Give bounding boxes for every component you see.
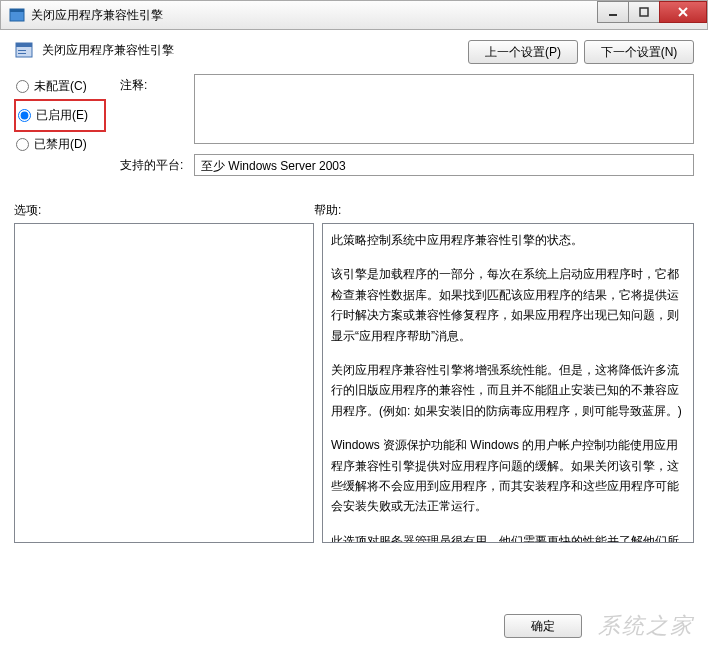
ok-button[interactable]: 确定 [504,614,582,638]
platform-value: 至少 Windows Server 2003 [194,154,694,176]
radio-enabled-input[interactable] [18,109,31,122]
platform-row: 支持的平台: 至少 Windows Server 2003 [120,154,694,176]
window-controls [597,1,707,29]
help-label: 帮助: [314,202,341,219]
help-panel[interactable]: 此策略控制系统中应用程序兼容性引擎的状态。 该引擎是加载程序的一部分，每次在系统… [322,223,694,543]
radio-disabled[interactable]: 已禁用(D) [14,132,106,157]
radio-disabled-label: 已禁用(D) [34,136,87,153]
config-area: 未配置(C) 已启用(E) 已禁用(D) 注释: 支持的平台: 至少 Windo… [14,74,694,186]
help-paragraph: 该引擎是加载程序的一部分，每次在系统上启动应用程序时，它都检查兼容性数据库。如果… [331,264,685,346]
content-area: 关闭应用程序兼容性引擎 上一个设置(P) 下一个设置(N) 未配置(C) 已启用… [0,30,708,553]
header-row: 关闭应用程序兼容性引擎 上一个设置(P) 下一个设置(N) [14,40,694,64]
comment-row: 注释: [120,74,694,144]
footer: 确定 系统之家 [504,611,694,641]
panel-labels: 选项: 帮助: [14,202,694,219]
header-title: 关闭应用程序兼容性引擎 [42,40,460,59]
policy-icon [14,40,34,60]
radio-enabled-highlight: 已启用(E) [14,99,106,132]
svg-rect-8 [18,50,26,51]
radio-enabled-label: 已启用(E) [36,107,88,124]
svg-rect-3 [640,8,648,16]
svg-rect-9 [18,53,26,54]
minimize-button[interactable] [597,1,629,23]
comment-label: 注释: [120,74,186,94]
panels: 此策略控制系统中应用程序兼容性引擎的状态。 该引擎是加载程序的一部分，每次在系统… [14,223,694,543]
app-icon [9,7,25,23]
svg-rect-1 [10,9,24,12]
radio-disabled-input[interactable] [16,138,29,151]
titlebar: 关闭应用程序兼容性引擎 [0,0,708,30]
help-paragraph: 关闭应用程序兼容性引擎将增强系统性能。但是，这将降低许多流行的旧版应用程序的兼容… [331,360,685,421]
prev-setting-button[interactable]: 上一个设置(P) [468,40,578,64]
help-paragraph: 此选项对服务器管理员很有用，他们需要更快的性能并了解他们所用应用程序的兼容性。对… [331,531,685,543]
comment-textarea[interactable] [194,74,694,144]
next-setting-button[interactable]: 下一个设置(N) [584,40,694,64]
help-paragraph: 此策略控制系统中应用程序兼容性引擎的状态。 [331,230,685,250]
help-paragraph: Windows 资源保护功能和 Windows 的用户帐户控制功能使用应用程序兼… [331,435,685,517]
options-label: 选项: [14,202,314,219]
radio-not-configured[interactable]: 未配置(C) [14,74,106,99]
maximize-button[interactable] [628,1,660,23]
close-button[interactable] [659,1,707,23]
svg-rect-7 [16,43,32,47]
options-panel[interactable] [14,223,314,543]
watermark: 系统之家 [598,611,694,641]
fields-column: 注释: 支持的平台: 至少 Windows Server 2003 [120,74,694,186]
radio-not-configured-label: 未配置(C) [34,78,87,95]
radio-enabled[interactable]: 已启用(E) [16,103,104,128]
titlebar-title: 关闭应用程序兼容性引擎 [31,7,597,24]
platform-label: 支持的平台: [120,154,186,174]
radio-column: 未配置(C) 已启用(E) 已禁用(D) [14,74,106,186]
radio-not-configured-input[interactable] [16,80,29,93]
